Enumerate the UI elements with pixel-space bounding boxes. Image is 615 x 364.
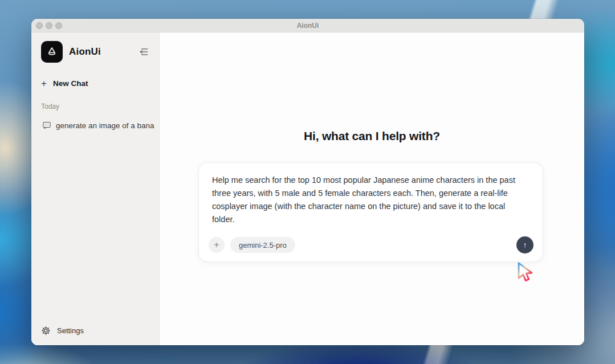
composer-card: Help me search for the top 10 most popul… xyxy=(198,162,543,262)
attach-button[interactable]: + xyxy=(209,237,225,253)
new-chat-button[interactable]: + New Chat xyxy=(41,77,149,89)
aionui-logo-icon xyxy=(41,41,63,63)
settings-button[interactable]: Settings xyxy=(31,325,159,336)
model-selector-chip[interactable]: gemini-2.5-pro xyxy=(230,237,295,253)
mouse-cursor-icon xyxy=(516,261,535,283)
sidebar: AionUi + New Chat Today xyxy=(31,32,160,345)
send-button[interactable]: ↑ xyxy=(516,236,533,253)
gear-icon xyxy=(41,326,51,336)
app-window: AionUi AionUi xyxy=(31,19,584,345)
greeting-heading: Hi, what can I help with? xyxy=(160,129,584,143)
chat-history-item[interactable]: generate an image of a bana xyxy=(31,118,159,132)
composer-toolbar: + gemini-2.5-pro ↑ xyxy=(209,236,533,253)
settings-label: Settings xyxy=(57,326,84,335)
window-titlebar[interactable]: AionUi xyxy=(31,19,584,32)
model-chip-label: gemini-2.5-pro xyxy=(239,241,287,250)
chat-bubble-icon xyxy=(42,121,51,130)
window-title: AionUi xyxy=(31,19,584,32)
plus-icon: + xyxy=(41,79,47,88)
composer-input[interactable]: Help me search for the top 10 most popul… xyxy=(199,163,543,226)
new-chat-label: New Chat xyxy=(53,79,88,88)
brand-name: AionUi xyxy=(69,46,101,58)
chat-item-label: generate an image of a bana xyxy=(56,121,159,130)
brand-row: AionUi xyxy=(31,39,159,64)
send-arrow-icon: ↑ xyxy=(523,240,527,250)
history-section-label: Today xyxy=(41,103,149,112)
collapse-sidebar-icon[interactable] xyxy=(137,46,150,58)
add-icon: + xyxy=(214,240,219,250)
main-content: Hi, what can I help with? Help me search… xyxy=(160,32,584,345)
desktop-wallpaper: AionUi AionUi xyxy=(0,0,615,364)
